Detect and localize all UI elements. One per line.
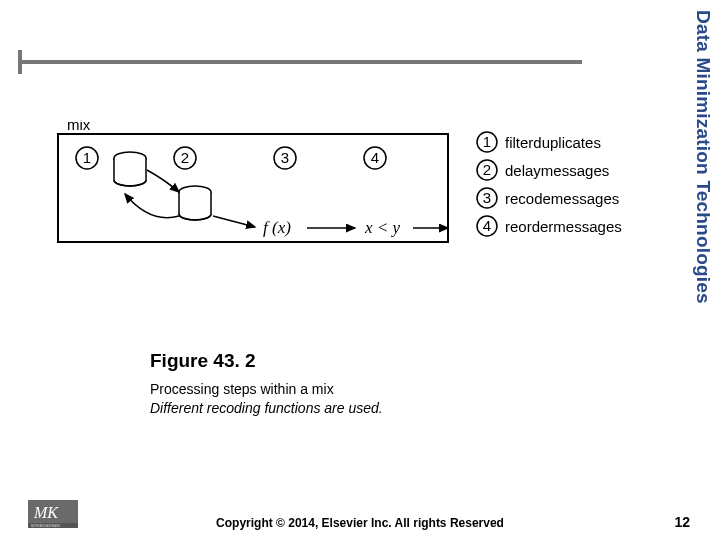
svg-text:2: 2: [483, 161, 491, 178]
figure-caption-line2: Different recoding functions are used.: [150, 399, 570, 418]
svg-text:1: 1: [483, 133, 491, 150]
svg-text:filterduplicates: filterduplicates: [505, 134, 601, 151]
legend-1: 1 filterduplicates: [477, 132, 601, 152]
svg-text:recodemessages: recodemessages: [505, 190, 619, 207]
svg-text:4: 4: [483, 217, 491, 234]
header-rule: [22, 60, 582, 64]
figure-caption: Processing steps within a mix Different …: [150, 380, 570, 418]
publisher-logo: MK MORGAN KAUFMANN: [28, 500, 78, 528]
step-marker-4: 4: [364, 147, 386, 169]
mix-diagram: mix 1 2 3 4 f (x) x < y 1: [55, 120, 660, 260]
cmp-label: x < y: [364, 218, 401, 237]
fx-label: f (x): [263, 218, 291, 237]
svg-text:4: 4: [371, 149, 379, 166]
figure-caption-line1: Processing steps within a mix: [150, 380, 570, 399]
side-title: Data Minimization Technologies: [692, 10, 714, 304]
legend-4: 4 reordermessages: [477, 216, 622, 236]
svg-text:MK: MK: [33, 504, 59, 521]
cylinder-2: [179, 186, 211, 220]
arrow-cyl1-to-cyl2: [147, 170, 179, 192]
box-label: mix: [67, 120, 91, 133]
svg-text:1: 1: [83, 149, 91, 166]
figure-label: Figure 43. 2: [150, 350, 570, 372]
page-number: 12: [674, 514, 690, 530]
cylinder-1: [114, 152, 146, 186]
svg-text:2: 2: [181, 149, 189, 166]
svg-text:delaymessages: delaymessages: [505, 162, 609, 179]
legend-2: 2 delaymessages: [477, 160, 609, 180]
svg-text:3: 3: [281, 149, 289, 166]
step-marker-2: 2: [174, 147, 196, 169]
svg-text:3: 3: [483, 189, 491, 206]
svg-text:MORGAN KAUFMANN: MORGAN KAUFMANN: [31, 524, 60, 528]
arrow-cyl2-to-cyl1: [125, 194, 179, 218]
svg-text:reordermessages: reordermessages: [505, 218, 622, 235]
step-marker-1: 1: [76, 147, 98, 169]
footer: Copyright © 2014, Elsevier Inc. All righ…: [0, 516, 720, 530]
legend-3: 3 recodemessages: [477, 188, 619, 208]
arrow-to-fx: [213, 216, 255, 227]
figure-block: Figure 43. 2 Processing steps within a m…: [150, 350, 570, 418]
copyright: Copyright © 2014, Elsevier Inc. All righ…: [0, 516, 720, 530]
step-marker-3: 3: [274, 147, 296, 169]
